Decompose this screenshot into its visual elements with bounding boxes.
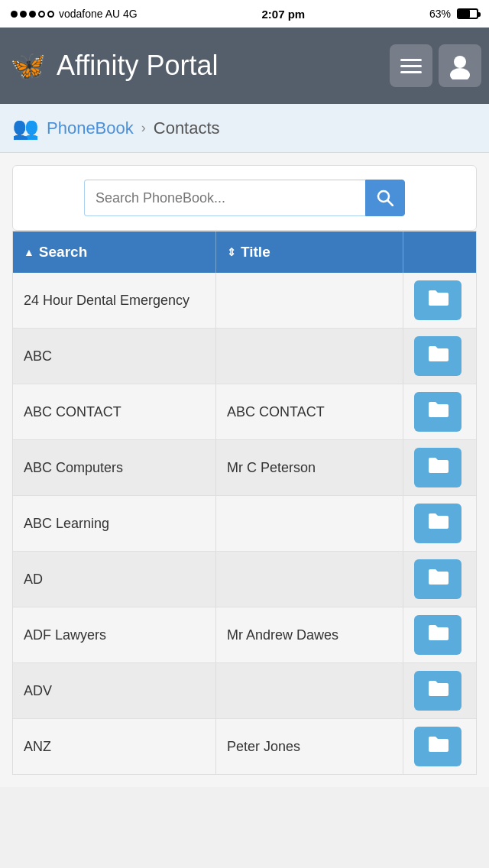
open-folder-button[interactable] bbox=[414, 448, 461, 487]
svg-point-1 bbox=[450, 68, 470, 79]
table-row: ABC bbox=[13, 329, 476, 384]
header: 🦋 Affinity Portal bbox=[0, 28, 489, 104]
cell-search: ABC bbox=[13, 329, 215, 384]
search-icon bbox=[377, 189, 393, 206]
battery-icon bbox=[457, 8, 478, 19]
search-section bbox=[12, 165, 477, 231]
cell-title bbox=[215, 496, 403, 551]
cell-search: 24 Hour Dental Emergency bbox=[13, 273, 215, 328]
cell-action bbox=[403, 384, 471, 439]
breadcrumb-separator: › bbox=[141, 120, 146, 136]
breadcrumb: 👥 PhoneBook › Contacts bbox=[0, 104, 489, 153]
cell-title bbox=[215, 273, 403, 328]
th-search-label: Search bbox=[39, 244, 87, 261]
search-bar bbox=[84, 180, 405, 216]
cell-action bbox=[403, 496, 471, 551]
th-title-label: Title bbox=[241, 244, 270, 261]
header-title: Affinity Portal bbox=[57, 50, 218, 82]
cell-title bbox=[215, 329, 403, 384]
status-right: 63% bbox=[429, 8, 478, 20]
status-left: vodafone AU 4G bbox=[11, 8, 138, 20]
open-folder-button[interactable] bbox=[414, 392, 461, 432]
open-folder-button[interactable] bbox=[414, 336, 461, 376]
battery-pct: 63% bbox=[429, 8, 451, 20]
cell-search: AD bbox=[13, 552, 215, 607]
th-title[interactable]: ⇕ Title bbox=[215, 232, 403, 273]
svg-point-0 bbox=[454, 56, 466, 68]
folder-icon bbox=[427, 456, 449, 479]
open-folder-button[interactable] bbox=[414, 280, 461, 320]
cell-action bbox=[403, 552, 471, 607]
svg-line-3 bbox=[388, 201, 393, 206]
profile-icon bbox=[446, 52, 474, 79]
open-folder-button[interactable] bbox=[414, 671, 461, 711]
dot-4 bbox=[38, 11, 45, 18]
table-row: 24 Hour Dental Emergency bbox=[13, 273, 476, 329]
cell-action bbox=[403, 440, 471, 495]
signal-dots bbox=[11, 11, 54, 18]
folder-icon bbox=[427, 623, 449, 646]
search-button[interactable] bbox=[365, 180, 405, 216]
cell-title: Mr Andrew Dawes bbox=[215, 607, 403, 662]
search-input[interactable] bbox=[84, 180, 365, 216]
header-right bbox=[390, 44, 481, 87]
folder-icon bbox=[427, 400, 449, 423]
table-row: AD bbox=[13, 552, 476, 607]
cell-search: ABC Learning bbox=[13, 496, 215, 551]
phonebook-icon: 👥 bbox=[12, 115, 39, 141]
main-content: ▲ Search ⇕ Title 24 Hour Dental Emergenc… bbox=[0, 153, 489, 787]
cell-search: ABC CONTACT bbox=[13, 384, 215, 439]
table-row: ABC CONTACT ABC CONTACT bbox=[13, 384, 476, 440]
cell-search: ABC Computers bbox=[13, 440, 215, 495]
folder-icon bbox=[427, 568, 449, 591]
breadcrumb-phonebook-link[interactable]: PhoneBook bbox=[47, 118, 134, 138]
dot-1 bbox=[11, 11, 18, 18]
cell-search: ANZ bbox=[13, 719, 215, 774]
folder-icon bbox=[427, 512, 449, 535]
open-folder-button[interactable] bbox=[414, 504, 461, 543]
folder-icon bbox=[427, 289, 449, 312]
breadcrumb-current: Contacts bbox=[154, 118, 220, 138]
cell-title: Peter Jones bbox=[215, 719, 403, 774]
contacts-table: ▲ Search ⇕ Title 24 Hour Dental Emergenc… bbox=[12, 231, 477, 775]
folder-icon bbox=[427, 679, 449, 702]
table-header: ▲ Search ⇕ Title bbox=[13, 232, 476, 273]
table-row: ADF Lawyers Mr Andrew Dawes bbox=[13, 607, 476, 663]
menu-button[interactable] bbox=[390, 44, 432, 87]
cell-title bbox=[215, 663, 403, 718]
sort-title-icon: ⇕ bbox=[227, 246, 236, 258]
cell-search: ADF Lawyers bbox=[13, 607, 215, 662]
th-search[interactable]: ▲ Search bbox=[13, 232, 215, 273]
folder-icon bbox=[427, 345, 449, 368]
sort-search-icon: ▲ bbox=[24, 246, 34, 258]
butterfly-icon: 🦋 bbox=[8, 46, 47, 86]
folder-icon bbox=[427, 735, 449, 758]
carrier-text: vodafone AU 4G bbox=[59, 8, 138, 20]
hamburger-icon bbox=[400, 59, 422, 73]
dot-5 bbox=[47, 11, 54, 18]
cell-title: ABC CONTACT bbox=[215, 384, 403, 439]
open-folder-button[interactable] bbox=[414, 559, 461, 599]
open-folder-button[interactable] bbox=[414, 615, 461, 655]
dot-3 bbox=[29, 11, 36, 18]
table-row: ANZ Peter Jones bbox=[13, 719, 476, 774]
open-folder-button[interactable] bbox=[414, 727, 461, 766]
cell-search: ADV bbox=[13, 663, 215, 718]
cell-title bbox=[215, 552, 403, 607]
cell-action bbox=[403, 273, 471, 328]
table-row: ABC Learning bbox=[13, 496, 476, 552]
cell-title: Mr C Peterson bbox=[215, 440, 403, 495]
cell-action bbox=[403, 719, 471, 774]
status-time: 2:07 pm bbox=[262, 8, 306, 21]
table-row: ADV bbox=[13, 663, 476, 719]
header-left: 🦋 Affinity Portal bbox=[8, 46, 218, 86]
cell-action bbox=[403, 329, 471, 384]
table-body: 24 Hour Dental Emergency ABC bbox=[13, 273, 476, 774]
dot-2 bbox=[20, 11, 27, 18]
cell-action bbox=[403, 607, 471, 662]
cell-action bbox=[403, 663, 471, 718]
table-row: ABC Computers Mr C Peterson bbox=[13, 440, 476, 496]
battery-fill bbox=[458, 10, 470, 18]
status-bar: vodafone AU 4G 2:07 pm 63% bbox=[0, 0, 489, 28]
profile-button[interactable] bbox=[439, 44, 481, 87]
